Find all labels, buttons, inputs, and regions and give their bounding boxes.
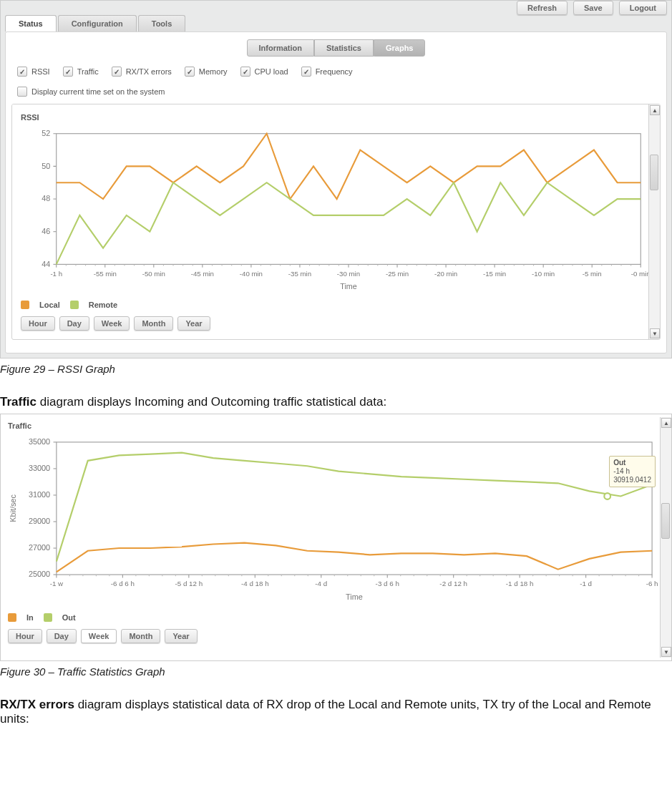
svg-text:-20 min: -20 min [434,270,457,278]
svg-text:25000: 25000 [29,570,50,578]
scroll-up-icon[interactable]: ▲ [650,105,660,115]
tab-tools[interactable]: Tools [138,15,186,31]
svg-text:-55 min: -55 min [94,270,117,278]
chart-tooltip: Out -14 h 30919.0412 [609,456,656,487]
scroll-down-icon[interactable]: ▼ [650,328,660,338]
tab-configuration[interactable]: Configuration [58,15,137,31]
chk-frequency[interactable]: ✓Frequency [301,67,353,77]
range-month-button[interactable]: Month [134,316,173,331]
range-year-button[interactable]: Year [165,629,197,643]
svg-text:48: 48 [42,194,50,202]
legend-swatch-remote [70,301,79,309]
traffic-chart: 250002700029000310003300035000-1 w-6 d 6… [5,434,660,606]
legend-label: Remote [89,301,117,309]
svg-text:-50 min: -50 min [142,270,165,278]
chk-label: Traffic [77,67,99,76]
svg-text:44: 44 [42,260,50,268]
sub-tabs: Information Statistics Graphs [11,39,661,57]
tooltip-series: Out [613,459,625,467]
chk-label: Frequency [316,67,353,76]
status-panel: Information Statistics Graphs ✓RSSI ✓Tra… [5,31,667,353]
svg-rect-86 [57,442,652,575]
svg-text:-5 d 12 h: -5 d 12 h [175,580,203,587]
save-button[interactable]: Save [573,1,613,15]
scroll-down-icon[interactable]: ▼ [661,647,671,657]
time-range-buttons: Hour Day Week Month Year [5,629,660,643]
scroll-up-icon[interactable]: ▲ [661,418,671,428]
svg-text:-30 min: -30 min [337,270,360,278]
top-action-bar: Refresh Save Logout [1,1,671,15]
range-hour-button[interactable]: Hour [8,629,42,643]
range-week-button[interactable]: Week [94,316,130,331]
chk-traffic[interactable]: ✓Traffic [63,67,99,77]
traffic-rest: diagram displays Incoming and Outcoming … [36,395,386,409]
svg-point-157 [604,493,610,499]
traffic-term: Traffic [0,395,36,409]
chk-memory[interactable]: ✓Memory [185,67,228,77]
screenshot-traffic: Traffic 250002700029000310003300035000-1… [0,414,672,661]
checkmark-icon: ✓ [240,67,250,77]
legend-swatch-out [44,613,52,622]
svg-text:-3 d 6 h: -3 d 6 h [376,580,399,587]
svg-text:Kbit/sec: Kbit/sec [9,494,17,522]
chk-rssi[interactable]: ✓RSSI [17,67,50,77]
rssi-chart-box: RSSI 4446485052-1 h-55 min-50 min-45 min… [12,104,660,336]
svg-text:-25 min: -25 min [386,270,409,278]
chk-rxtx[interactable]: ✓RX/TX errors [112,67,172,77]
chk-label: RSSI [31,67,50,76]
rxtx-term: RX/TX errors [0,698,74,711]
rxtx-rest: diagram displays statistical data of RX … [0,698,651,726]
chart-scroll-area: RSSI 4446485052-1 h-55 min-50 min-45 min… [11,104,661,340]
range-hour-button[interactable]: Hour [21,316,55,331]
range-day-button[interactable]: Day [47,629,77,643]
legend-swatch-local [21,301,29,309]
time-checkbox-row: Display current time set on the system [11,87,661,97]
vertical-scrollbar[interactable]: ▲ ▼ [660,417,671,658]
legend-label: In [26,613,34,622]
subtab-graphs[interactable]: Graphs [374,39,426,57]
svg-text:27000: 27000 [29,543,50,552]
logout-button[interactable]: Logout [619,1,667,15]
svg-text:-1 h: -1 h [50,270,62,278]
svg-text:Time: Time [340,282,356,291]
scroll-thumb[interactable] [650,155,658,190]
svg-text:-1 d 18 h: -1 d 18 h [506,580,534,587]
figure-caption-29: Figure 29 – RSSI Graph [0,363,672,375]
svg-text:-5 min: -5 min [583,270,602,278]
time-range-buttons: Hour Day Week Month Year [18,316,648,331]
chk-display-time[interactable]: Display current time set on the system [17,87,165,97]
svg-text:-40 min: -40 min [240,270,263,278]
chart-title: RSSI [18,110,648,126]
svg-text:-4 d 18 h: -4 d 18 h [241,580,269,587]
chart-title: Traffic [5,419,660,434]
subtab-statistics[interactable]: Statistics [314,39,374,57]
svg-text:52: 52 [42,129,50,137]
chk-label: CPU load [255,67,288,76]
tab-status[interactable]: Status [5,15,57,31]
checkmark-icon: ✓ [63,67,73,77]
svg-text:-2 d 12 h: -2 d 12 h [439,580,467,587]
range-year-button[interactable]: Year [177,316,210,331]
chart-legend: In Out [5,609,660,629]
scroll-thumb[interactable] [661,503,670,539]
svg-text:46: 46 [42,227,50,235]
chart-legend: Local Remote [18,296,648,316]
chk-cpu[interactable]: ✓CPU load [240,67,288,77]
screenshot-rssi: Refresh Save Logout Status Configuration… [0,0,672,358]
svg-text:-4 d: -4 d [315,580,327,587]
svg-text:50: 50 [42,162,50,170]
legend-swatch-in [8,613,16,622]
svg-text:-1 d: -1 d [580,580,592,587]
rxtx-description: RX/TX errors diagram displays statistica… [0,698,672,726]
refresh-button[interactable]: Refresh [517,1,568,15]
vertical-scrollbar[interactable]: ▲ ▼ [648,104,660,339]
checkmark-icon: ✓ [112,67,122,77]
range-week-button[interactable]: Week [81,629,117,643]
svg-text:-0 min: -0 min [631,270,648,278]
checkmark-icon: ✓ [185,67,195,77]
range-month-button[interactable]: Month [121,629,160,643]
range-day-button[interactable]: Day [59,316,89,331]
tooltip-y: 30919.0412 [613,476,651,484]
subtab-information[interactable]: Information [247,39,315,57]
chk-label: Display current time set on the system [31,87,165,96]
